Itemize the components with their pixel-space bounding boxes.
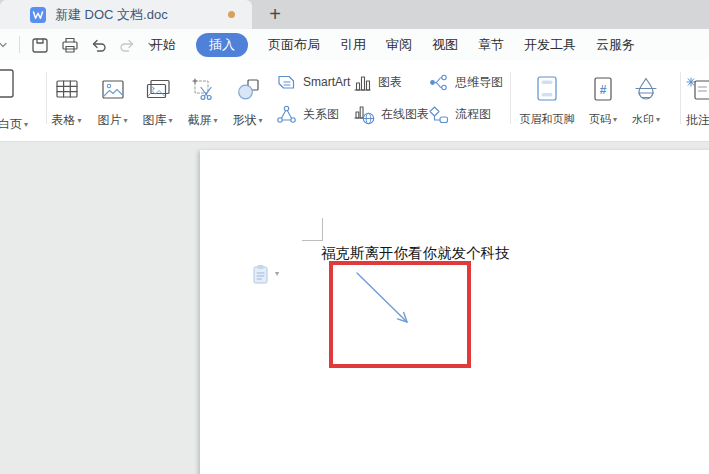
menu-tab-list: 开始 插入 页面布局 引用 审阅 视图 章节 开发工具 云服务 [150, 29, 635, 60]
dropdown-arrow-icon: ▾ [24, 121, 28, 129]
comment-icon [686, 66, 709, 112]
menu-tab-home[interactable]: 开始 [150, 36, 176, 54]
relation-diagram-label: 关系图 [303, 106, 339, 123]
shapes-button[interactable]: 形状▾ [225, 66, 270, 136]
mindmap-button[interactable]: 思维导图 [428, 72, 503, 92]
table-button[interactable]: 表格▾ [44, 66, 89, 136]
menu-tab-review[interactable]: 审阅 [386, 36, 412, 54]
save-icon[interactable] [30, 35, 50, 55]
gallery-button[interactable]: 图库▾ [135, 66, 180, 136]
chart-icon [353, 73, 372, 92]
page-number-icon: # [591, 66, 615, 112]
flowchart-label: 流程图 [455, 106, 491, 123]
table-label: 表格 [51, 112, 75, 129]
blank-page-icon [0, 68, 16, 100]
dropdown-arrow-icon: ▾ [213, 117, 217, 125]
page-number-button[interactable]: # 页码▾ [582, 66, 624, 136]
blank-page-label: 白页 [0, 116, 22, 133]
blue-arrow-shape[interactable] [350, 266, 420, 336]
paste-options-button[interactable]: ▾ [251, 263, 279, 285]
dropdown-arrow-icon: ▾ [168, 117, 172, 125]
wps-writer-icon [30, 7, 46, 23]
flowchart-icon [428, 105, 449, 124]
gallery-icon [146, 66, 170, 112]
comment-button[interactable]: 批注 [686, 66, 709, 136]
menu-tab-cloud[interactable]: 云服务 [596, 36, 635, 54]
relation-diagram-icon [276, 105, 297, 124]
dropdown-arrow-icon: ▾ [613, 116, 617, 124]
watermark-icon [633, 66, 659, 112]
screenshot-label: 截屏 [187, 112, 211, 129]
shapes-label: 形状 [232, 112, 256, 129]
header-footer-icon [534, 66, 560, 112]
picture-icon [101, 66, 125, 112]
dropdown-arrow-icon: ▾ [258, 117, 262, 125]
document-page[interactable]: 福克斯离开你看你就发个科技 ▾ [200, 150, 709, 474]
screenshot-button[interactable]: 截屏▾ [180, 66, 225, 136]
smartart-icon [276, 73, 297, 92]
chart-button[interactable]: 图表 [353, 72, 402, 92]
menu-tab-insert[interactable]: 插入 [196, 33, 248, 57]
separator [510, 72, 511, 124]
online-chart-icon [353, 104, 375, 125]
chart-label: 图表 [378, 74, 402, 91]
mindmap-label: 思维导图 [455, 74, 503, 91]
comment-label: 批注 [686, 112, 709, 129]
menu-tab-section[interactable]: 章节 [478, 36, 504, 54]
screenshot-icon [191, 66, 215, 112]
menu-tab-view[interactable]: 视图 [432, 36, 458, 54]
separator [680, 72, 681, 124]
dropdown-arrow-icon: ▾ [275, 270, 279, 278]
picture-label: 图片 [97, 112, 121, 129]
online-chart-label: 在线图表 [381, 106, 429, 123]
menu-tab-page-layout[interactable]: 页面布局 [268, 36, 320, 54]
menu-bar: 开始 插入 页面布局 引用 审阅 视图 章节 开发工具 云服务 [0, 29, 709, 60]
online-chart-button[interactable]: 在线图表 [353, 104, 429, 124]
menu-tab-dev-tools[interactable]: 开发工具 [524, 36, 576, 54]
print-icon[interactable] [60, 35, 80, 55]
dropdown-arrow-icon: ▾ [77, 117, 81, 125]
shapes-icon [236, 66, 260, 112]
separator [19, 36, 20, 53]
new-tab-button[interactable]: + [256, 0, 294, 29]
tab-bar: 新建 DOC 文档.doc + [0, 0, 709, 29]
svg-text:#: # [600, 82, 607, 96]
header-footer-button[interactable]: 页眉和页脚 [512, 66, 582, 136]
tab-title: 新建 DOC 文档.doc [55, 6, 168, 24]
smartart-label: SmartArt [303, 75, 350, 89]
dropdown-arrow-icon: ▾ [656, 116, 660, 124]
menu-tab-references[interactable]: 引用 [340, 36, 366, 54]
ribbon-insert: 白页▾ 表格▾ 图片▾ [0, 60, 709, 142]
redo-icon[interactable] [118, 36, 136, 54]
smartart-button[interactable]: SmartArt [276, 72, 350, 92]
header-footer-label: 页眉和页脚 [520, 112, 575, 127]
paste-options-icon [251, 263, 271, 285]
collapse-chevron-icon[interactable] [0, 39, 9, 51]
document-tab[interactable]: 新建 DOC 文档.doc [0, 0, 252, 29]
flowchart-button[interactable]: 流程图 [428, 104, 491, 124]
picture-button[interactable]: 图片▾ [90, 66, 135, 136]
quick-access-toolbar [0, 29, 163, 60]
watermark-label: 水印 [632, 112, 654, 127]
blank-page-button[interactable]: 白页▾ [0, 60, 44, 140]
dropdown-arrow-icon: ▾ [123, 117, 127, 125]
mindmap-icon [428, 73, 449, 92]
undo-icon[interactable] [90, 36, 108, 54]
watermark-button[interactable]: 水印▾ [624, 66, 668, 136]
table-icon [55, 66, 79, 112]
unsaved-indicator-dot [228, 11, 235, 18]
gallery-label: 图库 [142, 112, 166, 129]
margin-crop-mark [302, 218, 323, 241]
page-number-label: 页码 [589, 112, 611, 127]
document-workspace: 福克斯离开你看你就发个科技 ▾ [0, 142, 709, 474]
relation-diagram-button[interactable]: 关系图 [276, 104, 339, 124]
